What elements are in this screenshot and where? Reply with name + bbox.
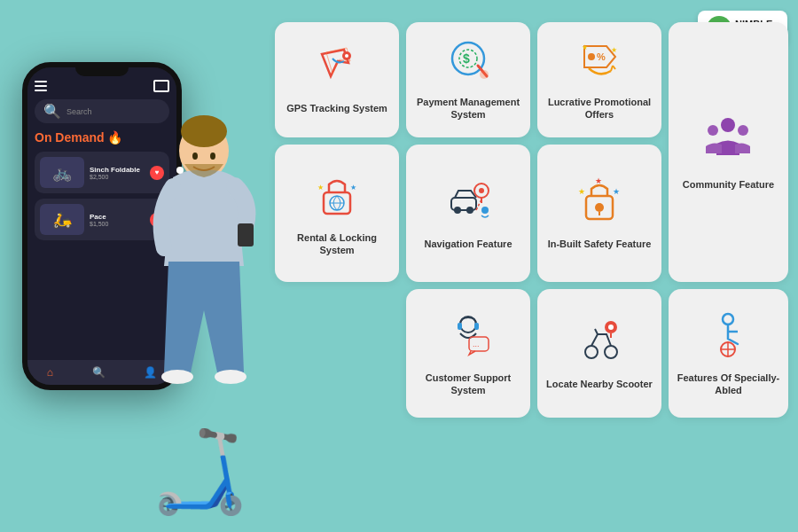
safety-icon: ★ ★ ★	[575, 176, 624, 231]
locking-label: Rental & Locking System	[282, 231, 392, 257]
svg-text:...: ...	[473, 340, 480, 348]
feature-locate-scooter: Locate Nearby Scooter	[537, 289, 661, 418]
locking-icon: ★ ★	[313, 170, 362, 224]
svg-point-27	[466, 207, 473, 214]
svg-text:★: ★	[611, 46, 617, 54]
navigation-label: Navigation Feature	[424, 238, 512, 250]
title-prefix: On	[35, 130, 55, 145]
svg-point-18	[721, 118, 735, 132]
svg-point-30	[481, 207, 489, 214]
svg-text:★: ★	[613, 187, 620, 196]
person-svg	[89, 71, 284, 514]
svg-point-5	[176, 167, 184, 174]
svg-text:★: ★	[582, 43, 588, 51]
svg-point-1	[181, 115, 227, 147]
feature-gps-tracking: GPS Tracking System	[275, 22, 399, 137]
nav-feature-icon	[444, 176, 493, 231]
abled-icon	[704, 310, 753, 364]
feature-payment: $ Payment Management System	[406, 22, 530, 137]
promo-label: Lucrative Promotional Offers	[544, 96, 654, 121]
payment-icon: $	[444, 39, 493, 89]
support-icon: ...	[444, 310, 493, 364]
svg-point-3	[215, 370, 246, 384]
hamburger-icon	[35, 81, 47, 91]
community-icon	[704, 113, 753, 171]
svg-rect-41	[474, 323, 479, 330]
gps-label: GPS Tracking System	[286, 102, 387, 114]
feature-specially-abled: Features Of Specially-Abled	[669, 289, 788, 418]
svg-point-44	[585, 346, 598, 358]
abled-label: Features Of Specially-Abled	[676, 372, 781, 397]
feature-customer-support: ... Customer Support System	[406, 289, 530, 418]
svg-text:★: ★	[595, 176, 602, 185]
gps-icon	[313, 45, 362, 95]
payment-label: Payment Management System	[413, 96, 523, 121]
bike-img-1: 🚲	[40, 157, 84, 188]
feature-rental-locking: ★ ★ Rental & Locking System	[275, 145, 399, 282]
locate-label: Locate Nearby Scooter	[546, 378, 653, 390]
search-icon: 🔍	[43, 103, 61, 120]
svg-point-26	[454, 207, 461, 214]
svg-rect-40	[458, 323, 462, 330]
svg-point-13	[480, 70, 489, 79]
person-illustration	[89, 71, 284, 514]
svg-point-19	[708, 125, 718, 136]
support-label: Customer Support System	[413, 372, 523, 397]
svg-point-20	[738, 125, 748, 136]
svg-point-7	[210, 153, 215, 160]
features-grid: GPS Tracking System $ Payment Management…	[275, 22, 788, 418]
svg-rect-4	[238, 223, 254, 246]
svg-text:★: ★	[578, 187, 585, 196]
svg-text:★: ★	[350, 184, 356, 192]
feature-safety: ★ ★ ★ In-Built Safety Feature	[537, 145, 661, 282]
bike-img-2: 🛵	[40, 204, 84, 235]
svg-point-2	[161, 370, 193, 384]
svg-point-47	[608, 325, 614, 330]
svg-point-14	[588, 53, 595, 60]
feature-promotional: % ★ ★ Lucrative Promotional Offers	[537, 22, 661, 137]
svg-text:$: $	[463, 51, 470, 66]
promo-icon: % ★ ★	[575, 39, 624, 89]
community-label: Community Feature	[683, 178, 774, 191]
svg-point-45	[605, 346, 617, 358]
svg-point-32	[595, 203, 604, 212]
svg-text:★: ★	[317, 184, 324, 192]
nav-home-icon: ⌂	[47, 366, 53, 379]
svg-point-9	[345, 54, 348, 58]
svg-text:%: %	[597, 51, 606, 62]
safety-label: In-Built Safety Feature	[548, 238, 652, 250]
feature-navigation: Navigation Feature	[406, 145, 530, 282]
svg-point-6	[192, 153, 198, 160]
svg-point-29	[479, 188, 484, 193]
locate-icon	[575, 317, 624, 371]
svg-point-37	[723, 314, 733, 325]
feature-community: Community Feature	[669, 22, 788, 282]
